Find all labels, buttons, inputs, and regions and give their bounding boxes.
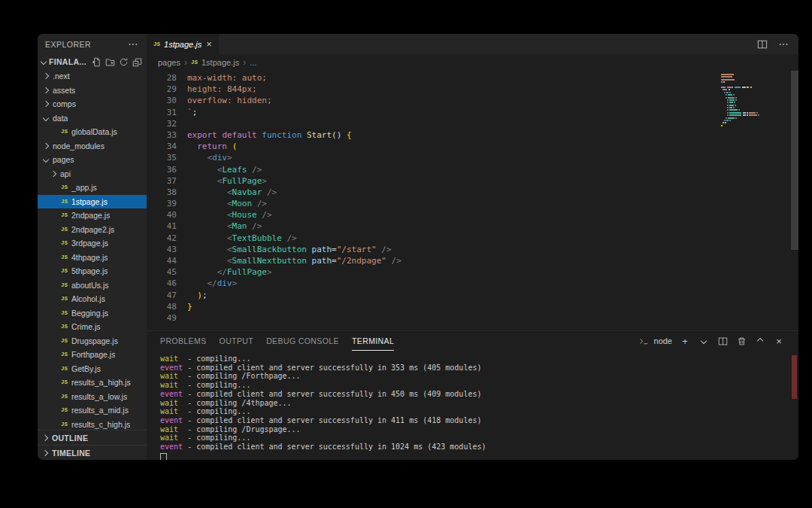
tree-file-results_a_mid.js[interactable]: JSresults_a_mid.js — [38, 403, 147, 418]
tree-file-4thpage.js[interactable]: JS4thpage.js — [38, 251, 147, 265]
close-panel-icon[interactable]: × — [773, 335, 785, 347]
minimap-row — [721, 99, 789, 101]
code-text: export default function Start() { — [187, 129, 352, 141]
editor-scrollbar[interactable] — [791, 71, 798, 250]
panel-tab-list: PROBLEMSOUTPUTDEBUG CONSOLETERMINAL — [160, 331, 394, 351]
new-folder-icon[interactable] — [104, 56, 116, 68]
line-number: 41 — [147, 221, 177, 232]
tree-file-5thpage.js[interactable]: JS5thpage.js — [38, 264, 147, 278]
code-line[interactable]: 32 — [147, 118, 798, 129]
tree-file-GetBy.js[interactable]: JSGetBy.js — [38, 362, 147, 376]
terminal[interactable]: wait - compiling...event - compiled clie… — [147, 351, 798, 460]
tree-file-2ndpage.js[interactable]: JS2ndpage.js — [38, 208, 147, 223]
tab-label: 1stpage.js — [164, 40, 201, 49]
split-editor-icon[interactable] — [756, 38, 768, 50]
tree-file-results_c_high.js[interactable]: JSresults_c_high.js — [38, 418, 147, 430]
tree-folder-comps[interactable]: comps — [38, 97, 147, 111]
code-line[interactable]: 45 </FullPage> — [147, 266, 798, 278]
code-line[interactable]: 47 ); — [147, 290, 798, 301]
tree-file-3rdpage.js[interactable]: JS3rdpage.js — [38, 236, 147, 251]
code-line[interactable]: 29height: 844px; — [147, 84, 798, 95]
tree-folder-pages[interactable]: pages — [38, 153, 147, 167]
minimap-row — [721, 117, 789, 119]
code-line[interactable]: 44 <SmallNextbutton path="/2ndpage" /> — [147, 255, 798, 266]
tree-file-2ndpage2.js[interactable]: JS2ndpage2.js — [38, 223, 147, 237]
code-line[interactable]: 31`; — [147, 107, 798, 118]
tree-file-1stpage.js[interactable]: JS1stpage.js — [38, 195, 147, 209]
panel-tab-problems[interactable]: PROBLEMS — [160, 331, 207, 351]
code-line[interactable]: 34 return ( — [147, 141, 798, 152]
breadcrumb-label: pages — [158, 58, 180, 67]
breadcrumb-item[interactable]: JS1stpage.js — [191, 58, 239, 67]
chevron-down-icon[interactable] — [698, 335, 710, 347]
tree-file-Forthpage.js[interactable]: JSForthpage.js — [38, 348, 147, 362]
code-line[interactable]: 38 <Navbar /> — [147, 187, 798, 198]
tree-folder-data[interactable]: data — [38, 111, 147, 126]
workspace-section-header[interactable]: FINALA... — [38, 54, 147, 69]
tree-file-results_a_high.js[interactable]: JSresults_a_high.js — [38, 376, 147, 390]
more-actions-icon[interactable]: ⋯ — [777, 38, 789, 50]
tree-file-results_a_low.js[interactable]: JSresults_a_low.js — [38, 390, 147, 404]
more-actions-icon[interactable]: ⋯ — [127, 38, 139, 50]
code-line[interactable]: 35 <div> — [147, 152, 798, 163]
terminal-profile[interactable]: node — [638, 335, 672, 347]
code-text: <House /> — [187, 209, 272, 221]
code-line[interactable]: 28max-width: auto; — [147, 72, 798, 84]
code-line[interactable]: 48} — [147, 301, 798, 312]
breadcrumb-item[interactable]: ... — [250, 58, 256, 67]
code-line[interactable]: 46 </div> — [147, 278, 798, 289]
chevron-down-icon — [43, 115, 49, 121]
terminal-message: - compiled client and server successfull… — [187, 443, 486, 451]
code-line[interactable]: 37 <FullPage> — [147, 175, 798, 187]
code-line[interactable]: 36 <Leafs /> — [147, 164, 798, 175]
new-file-icon[interactable] — [90, 56, 102, 68]
tree-file-_app.js[interactable]: JS_app.js — [38, 181, 147, 195]
tree-file-globalData.js[interactable]: JSglobalData.js — [38, 125, 147, 139]
tree-folder-api[interactable]: api — [38, 167, 147, 181]
panel-tab-output[interactable]: OUTPUT — [220, 331, 254, 351]
outline-section[interactable]: OUTLINE — [38, 430, 147, 445]
tree-item-label: GetBy.js — [71, 364, 101, 373]
close-icon[interactable]: × — [206, 38, 212, 50]
tree-file-Drugspage.js[interactable]: JSDrugspage.js — [38, 334, 147, 348]
terminal-tag: wait — [160, 425, 187, 433]
code-editor[interactable]: 28max-width: auto;29height: 844px;30over… — [147, 71, 798, 330]
minimap-row — [721, 89, 789, 90]
new-terminal-icon[interactable]: + — [679, 335, 691, 347]
collapse-all-icon[interactable] — [131, 56, 143, 68]
line-number: 29 — [147, 84, 177, 95]
code-line[interactable]: 39 <Moon /> — [147, 198, 798, 209]
minimap[interactable] — [721, 74, 789, 130]
code-line[interactable]: 49 — [147, 312, 798, 324]
code-lines: 28max-width: auto;29height: 844px;30over… — [147, 72, 798, 324]
refresh-icon[interactable] — [117, 56, 129, 68]
tree-folder-assets[interactable]: assets — [38, 84, 147, 98]
breadcrumb-separator-icon: › — [184, 57, 187, 68]
maximize-panel-icon[interactable] — [754, 335, 766, 347]
timeline-section[interactable]: TIMELINE — [38, 445, 147, 460]
tab-1stpage.js[interactable]: JS1stpage.js× — [147, 34, 219, 54]
code-line[interactable]: 42 <TextBubble /> — [147, 233, 798, 244]
panel-tab-debug-console[interactable]: DEBUG CONSOLE — [266, 331, 339, 351]
kill-terminal-icon[interactable] — [735, 335, 747, 347]
terminal-line: wait - compiling... — [160, 381, 798, 390]
panel-tab-terminal[interactable]: TERMINAL — [352, 331, 394, 351]
minimap-row — [721, 87, 789, 88]
breadcrumb-item[interactable]: pages — [158, 58, 180, 67]
terminal-scrollbar[interactable] — [792, 355, 797, 399]
code-line[interactable]: 40 <House /> — [147, 209, 798, 221]
tree-folder-.next[interactable]: .next — [38, 69, 147, 84]
code-line[interactable]: 33export default function Start() { — [147, 129, 798, 141]
code-line[interactable]: 41 <Man /> — [147, 221, 798, 232]
code-text: <Navbar /> — [187, 187, 277, 198]
split-terminal-icon[interactable] — [717, 335, 729, 347]
tree-file-Alcohol.js[interactable]: JSAlcohol.js — [38, 292, 147, 306]
tree-folder-node_modules[interactable]: node_modules — [38, 139, 147, 154]
tree-file-Crime.js[interactable]: JSCrime.js — [38, 320, 147, 334]
terminal-tag: event — [160, 443, 187, 451]
tree-file-Begging.js[interactable]: JSBegging.js — [38, 306, 147, 321]
tree-file-aboutUs.js[interactable]: JSaboutUs.js — [38, 278, 147, 293]
code-line[interactable]: 43 <SmallBackbutton path="/start" /> — [147, 244, 798, 255]
code-line[interactable]: 30overflow: hidden; — [147, 95, 798, 106]
js-file-icon: JS — [61, 254, 68, 260]
